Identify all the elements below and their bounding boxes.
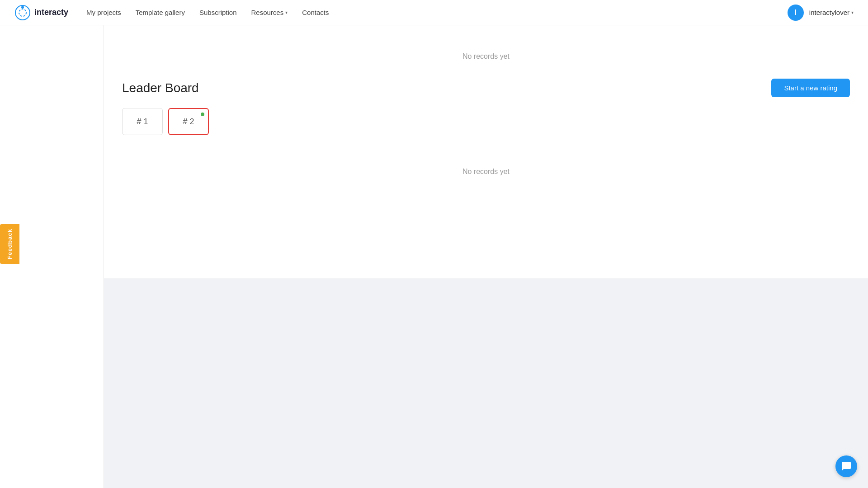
nav-subscription[interactable]: Subscription xyxy=(199,9,237,16)
chat-button[interactable] xyxy=(835,455,857,477)
nav-my-projects[interactable]: My projects xyxy=(86,9,121,16)
leader-board-section: Leader Board Start a new rating # 1 # 2 … xyxy=(122,79,850,185)
nav-contacts[interactable]: Contacts xyxy=(302,9,329,16)
start-rating-button[interactable]: Start a new rating xyxy=(771,79,850,97)
avatar[interactable]: I xyxy=(788,5,804,21)
nav-template-gallery[interactable]: Template gallery xyxy=(136,9,185,16)
rating-tab-2[interactable]: # 2 xyxy=(168,108,209,135)
page-wrapper: No records yet Leader Board Start a new … xyxy=(0,25,868,488)
no-records-top: No records yet xyxy=(122,43,850,79)
feedback-button[interactable]: Feedback xyxy=(0,224,19,264)
leader-board-header: Leader Board Start a new rating xyxy=(122,79,850,97)
svg-point-2 xyxy=(21,6,24,9)
user-chevron-icon: ▾ xyxy=(851,10,854,15)
username-button[interactable]: interactylover ▾ xyxy=(809,9,854,16)
header-right: I interactylover ▾ xyxy=(788,5,854,21)
chevron-down-icon: ▾ xyxy=(285,10,288,15)
header: interacty My projects Template gallery S… xyxy=(0,0,868,25)
nav-resources[interactable]: Resources ▾ xyxy=(251,9,288,16)
no-records-bottom: No records yet xyxy=(122,150,850,185)
rating-tabs: # 1 # 2 xyxy=(122,108,850,135)
main-nav: My projects Template gallery Subscriptio… xyxy=(86,9,788,16)
logo[interactable]: interacty xyxy=(14,5,68,21)
logo-text: interacty xyxy=(34,8,68,17)
rating-tab-1[interactable]: # 1 xyxy=(122,108,163,135)
svg-point-1 xyxy=(19,9,26,16)
main-card: No records yet Leader Board Start a new … xyxy=(104,25,868,278)
content-area: No records yet Leader Board Start a new … xyxy=(104,25,868,488)
leader-board-title: Leader Board xyxy=(122,81,199,95)
active-dot-icon xyxy=(201,113,204,116)
